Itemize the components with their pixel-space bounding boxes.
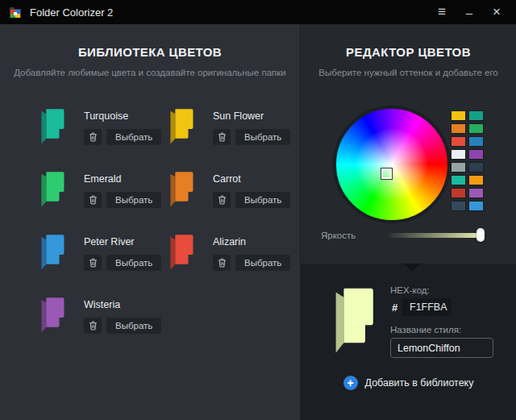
add-button-label: Добавить в библиотеку: [365, 377, 474, 389]
folder-actions: Выбрать: [84, 255, 161, 271]
delete-folder-button[interactable]: [213, 192, 231, 208]
brightness-label: Яркость: [321, 231, 356, 240]
trash-icon: [218, 195, 227, 205]
palette-swatch[interactable]: [468, 162, 484, 173]
trash-icon: [218, 258, 227, 268]
palette-swatch[interactable]: [451, 149, 466, 160]
library-panel: БИБЛИОТЕКА ЦВЕТОВ Добавляйте любимые цве…: [0, 24, 300, 420]
hex-prefix: #: [392, 301, 397, 314]
folder-meta: Carrot Выбрать: [213, 168, 290, 231]
library-title: БИБЛИОТЕКА ЦВЕТОВ: [0, 45, 300, 59]
app-icon: [8, 6, 23, 19]
library-folder-item: Peter River Выбрать: [39, 231, 168, 293]
library-folder-item: Carrot Выбрать: [168, 168, 297, 231]
brightness-slider-thumb[interactable]: [476, 228, 485, 242]
select-folder-button[interactable]: Выбрать: [106, 318, 161, 334]
select-folder-button[interactable]: Выбрать: [106, 255, 161, 271]
palette-swatch[interactable]: [468, 136, 484, 147]
folder-name: Peter River: [84, 236, 161, 247]
folder-actions: Выбрать: [213, 255, 290, 271]
folder-name: Alizarin: [213, 236, 290, 247]
folder-meta: Emerald Выбрать: [84, 168, 161, 231]
folder-icon: [39, 105, 66, 148]
editor-panel: РЕДАКТОР ЦВЕТОВ Выберите нужный оттенок …: [300, 24, 516, 420]
folder-icon: [168, 105, 195, 148]
folder-name: Sun Flower: [213, 110, 290, 122]
folder-meta: Turquoise Выбрать: [84, 105, 161, 168]
palette-swatch[interactable]: [451, 136, 466, 147]
hex-input[interactable]: [402, 298, 452, 316]
library-folder-item: Sun Flower Выбрать: [168, 105, 297, 168]
app-window: Folder Colorizer 2 ≡ – × БИБЛИОТЕКА ЦВЕТ…: [0, 0, 516, 420]
palette-swatch[interactable]: [468, 175, 484, 185]
folder-actions: Выбрать: [84, 129, 161, 145]
select-folder-button[interactable]: Выбрать: [235, 129, 290, 145]
palette-swatches: [451, 110, 484, 211]
plus-icon: +: [343, 376, 358, 390]
add-to-library-button[interactable]: + Добавить в библиотеку: [301, 376, 516, 390]
palette-swatch[interactable]: [468, 123, 484, 134]
library-folder-item: Alizarin Выбрать: [168, 231, 297, 293]
delete-folder-button[interactable]: [84, 192, 102, 208]
hex-code-label: HEX-код:: [390, 285, 430, 295]
palette-swatch[interactable]: [468, 201, 484, 211]
trash-icon: [89, 195, 98, 205]
color-wheel-selector[interactable]: [381, 168, 392, 179]
palette-swatch[interactable]: [451, 110, 466, 121]
palette-swatch[interactable]: [451, 175, 466, 185]
folder-actions: Выбрать: [84, 318, 161, 334]
menu-icon[interactable]: ≡: [431, 2, 453, 22]
folder-name: Carrot: [213, 173, 290, 185]
main-content: БИБЛИОТЕКА ЦВЕТОВ Добавляйте любимые цве…: [0, 24, 516, 420]
delete-folder-button[interactable]: [213, 255, 231, 271]
delete-folder-button[interactable]: [84, 129, 102, 145]
brightness-slider-track[interactable]: [388, 233, 485, 238]
editor-title: РЕДАКТОР ЦВЕТОВ: [301, 45, 516, 59]
select-folder-button[interactable]: Выбрать: [235, 255, 290, 271]
folder-actions: Выбрать: [213, 192, 290, 208]
folder-meta: Peter River Выбрать: [84, 231, 161, 293]
folder-name: Wisteria: [84, 299, 161, 310]
folder-meta: Wisteria Выбрать: [84, 293, 161, 356]
window-controls: ≡ – ×: [431, 2, 508, 22]
folder-actions: Выбрать: [213, 129, 290, 145]
window-title: Folder Colorizer 2: [30, 6, 113, 19]
folder-actions: Выбрать: [84, 192, 161, 208]
folder-grid: Turquoise Выбрать Sun Flower: [39, 105, 297, 356]
notch-pointer-icon: [403, 264, 421, 271]
palette-swatch[interactable]: [451, 162, 466, 173]
color-wheel[interactable]: [334, 106, 450, 222]
folder-name: Turquoise: [84, 110, 161, 122]
folder-icon: [39, 168, 66, 210]
delete-folder-button[interactable]: [84, 318, 102, 334]
palette-swatch[interactable]: [468, 188, 484, 198]
palette-swatch[interactable]: [451, 123, 466, 134]
library-folder-item: Wisteria Выбрать: [39, 293, 168, 356]
folder-name: Emerald: [84, 173, 161, 185]
editor-subtitle: Выберите нужный оттенок и добавьте его: [301, 68, 516, 77]
palette-swatch[interactable]: [451, 188, 466, 198]
select-folder-button[interactable]: Выбрать: [106, 129, 161, 145]
folder-meta: Sun Flower Выбрать: [213, 105, 290, 168]
trash-icon: [89, 321, 98, 331]
trash-icon: [89, 132, 98, 142]
folder-icon: [39, 293, 66, 336]
style-name-input[interactable]: [390, 338, 493, 358]
close-icon[interactable]: ×: [485, 2, 508, 22]
delete-folder-button[interactable]: [213, 129, 231, 145]
select-folder-button[interactable]: Выбрать: [235, 192, 290, 208]
palette-swatch[interactable]: [468, 110, 484, 121]
library-folder-item: Turquoise Выбрать: [39, 105, 168, 168]
palette-swatch[interactable]: [451, 201, 466, 211]
minimize-icon[interactable]: –: [458, 2, 481, 22]
folder-meta: Alizarin Выбрать: [213, 231, 290, 293]
library-folder-item: Emerald Выбрать: [39, 168, 168, 231]
delete-folder-button[interactable]: [84, 255, 102, 271]
titlebar: Folder Colorizer 2 ≡ – ×: [0, 0, 516, 26]
folder-icon: [168, 168, 195, 210]
library-subtitle: Добавляйте любимые цвета и создавайте ор…: [0, 68, 300, 77]
trash-icon: [218, 132, 227, 142]
folder-icon: [168, 231, 195, 273]
palette-swatch[interactable]: [468, 149, 484, 160]
select-folder-button[interactable]: Выбрать: [106, 192, 161, 208]
